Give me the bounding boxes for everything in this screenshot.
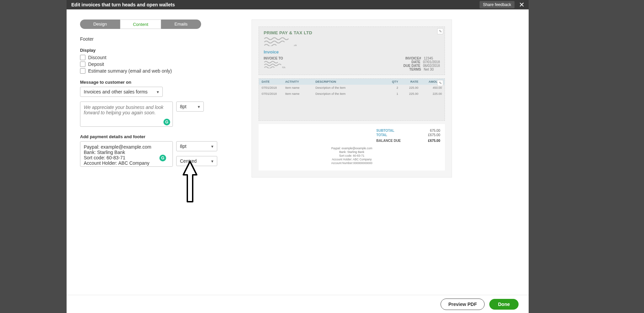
footer-section-title: Footer (80, 36, 238, 42)
subtotal-v: 675.00 (430, 129, 440, 132)
tab-design[interactable]: Design (80, 19, 120, 29)
checkbox-deposit-label: Deposit (88, 62, 104, 67)
table-row: 07/01/2018Item nameDescription of the it… (259, 91, 445, 97)
edit-table-icon[interactable]: ✎ (437, 80, 443, 86)
invoice-to-label: INVOICE TO (264, 56, 291, 60)
grammarly-icon[interactable]: G (159, 155, 166, 161)
chevron-down-icon: ▾ (157, 89, 159, 94)
invoice-to-block: INVOICE TO RA (264, 56, 291, 71)
tab-emails[interactable]: Emails (161, 19, 201, 29)
table-row: 07/01/2018Item nameDescription of the it… (259, 85, 445, 91)
meta-date-v: 07/01/2018 (423, 60, 440, 64)
preview-footer-text: Paypal: example@example.comBank: Starlin… (263, 143, 440, 166)
balance-v: £675.00 (428, 139, 440, 143)
col-desc: DESCRIPTION (315, 80, 381, 83)
table-header: DATE ACTIVITY DESCRIPTION QTY RATE AMOUN… (259, 79, 445, 85)
message-textarea-wrap: G (80, 102, 173, 128)
footer-font-value: 8pt (180, 144, 186, 149)
checkbox-discount-label: Discount (88, 55, 106, 60)
preview-header-block: ✎ PRIME PAY & TAX LTD .uk Invoice INVOIC… (259, 27, 445, 75)
footer-textarea-wrap: Paypal: example@example.com Bank: Starli… (80, 141, 173, 168)
close-icon[interactable]: ✕ (518, 1, 525, 9)
header-actions: Share feedback ✕ (480, 1, 525, 9)
address-placeholder: .uk (264, 37, 440, 46)
totals-block: SUBTOTAL675.00 TOTAL£675.00 BALANCE DUE£… (259, 124, 445, 170)
edit-header-icon[interactable]: ✎ (437, 28, 443, 34)
invoice-meta: INVOICE#12345 DATE07/01/2018 DUE DATE06/… (404, 56, 440, 71)
checkbox-discount-row: Discount (80, 55, 238, 60)
total-k: TOTAL (376, 133, 387, 137)
checkbox-estimate[interactable] (80, 68, 85, 74)
checkbox-estimate-label: Estimate summary (email and web only) (88, 68, 172, 74)
preview-table-block: ✎ DATE ACTIVITY DESCRIPTION QTY RATE AMO… (259, 78, 445, 121)
message-form-select-value: Invoices and other sales forms (84, 89, 148, 94)
meta-terms-k: TERMS (409, 68, 421, 71)
bottom-bar: Preview PDF Done (67, 295, 529, 313)
preview-pdf-button[interactable]: Preview PDF (441, 299, 485, 310)
right-pane: ✎ PRIME PAY & TAX LTD .uk Invoice INVOIC… (248, 9, 529, 313)
message-form-select[interactable]: Invoices and other sales forms ▾ (80, 87, 163, 97)
message-font-value: 8pt (180, 104, 186, 109)
checkbox-deposit-row: Deposit (80, 62, 238, 67)
modal-body: Design Content Emails Footer Display Dis… (67, 9, 529, 313)
meta-date-k: DATE (411, 60, 420, 64)
checkbox-deposit[interactable] (80, 62, 85, 67)
message-label: Message to customer on (80, 80, 238, 85)
modal-title: Edit invoices that turn heads and open w… (71, 2, 175, 7)
footer-font-select[interactable]: 8pt ▾ (176, 141, 217, 151)
modal-header: Edit invoices that turn heads and open w… (67, 0, 529, 9)
done-button[interactable]: Done (489, 299, 519, 310)
company-name: PRIME PAY & TAX LTD (264, 30, 440, 35)
tabs: Design Content Emails (80, 19, 201, 29)
svg-text:.uk: .uk (293, 44, 297, 46)
chevron-down-icon: ▾ (198, 104, 200, 109)
meta-invoiceno-k: INVOICE# (405, 56, 421, 60)
meta-terms-v: Net 30 (424, 68, 440, 71)
footer-textarea[interactable]: Paypal: example@example.com Bank: Starli… (80, 141, 173, 167)
message-font-select[interactable]: 8pt ▾ (176, 102, 204, 112)
checkbox-estimate-row: Estimate summary (email and web only) (80, 68, 238, 74)
invoice-label: Invoice (264, 49, 440, 54)
col-rate: RATE (398, 80, 418, 83)
modal: Edit invoices that turn heads and open w… (67, 0, 529, 313)
col-date: DATE (262, 80, 285, 83)
message-textarea[interactable] (80, 102, 173, 127)
col-qty: QTY (381, 80, 398, 83)
checkbox-discount[interactable] (80, 55, 85, 60)
balance-k: BALANCE DUE (376, 139, 401, 143)
share-feedback-button[interactable]: Share feedback (480, 1, 515, 8)
col-activity: ACTIVITY (285, 80, 315, 83)
chevron-down-icon: ▾ (211, 159, 214, 164)
tab-content[interactable]: Content (120, 19, 161, 29)
display-label: Display (80, 48, 238, 53)
meta-invoiceno-v: 12345 (424, 56, 440, 60)
annotation-arrow-icon (180, 158, 200, 205)
grammarly-icon[interactable]: G (163, 119, 170, 125)
subtotal-k: SUBTOTAL (376, 129, 394, 132)
svg-text:RA: RA (282, 66, 286, 68)
invoice-preview: ✎ PRIME PAY & TAX LTD .uk Invoice INVOIC… (252, 19, 452, 178)
footer-details-label: Add payment details and footer (80, 134, 238, 139)
chevron-down-icon: ▾ (211, 144, 214, 149)
left-pane: Design Content Emails Footer Display Dis… (67, 9, 248, 313)
meta-due-k: DUE DATE (404, 64, 420, 68)
meta-due-v: 06/02/2018 (423, 64, 440, 68)
total-v: £675.00 (428, 133, 440, 137)
